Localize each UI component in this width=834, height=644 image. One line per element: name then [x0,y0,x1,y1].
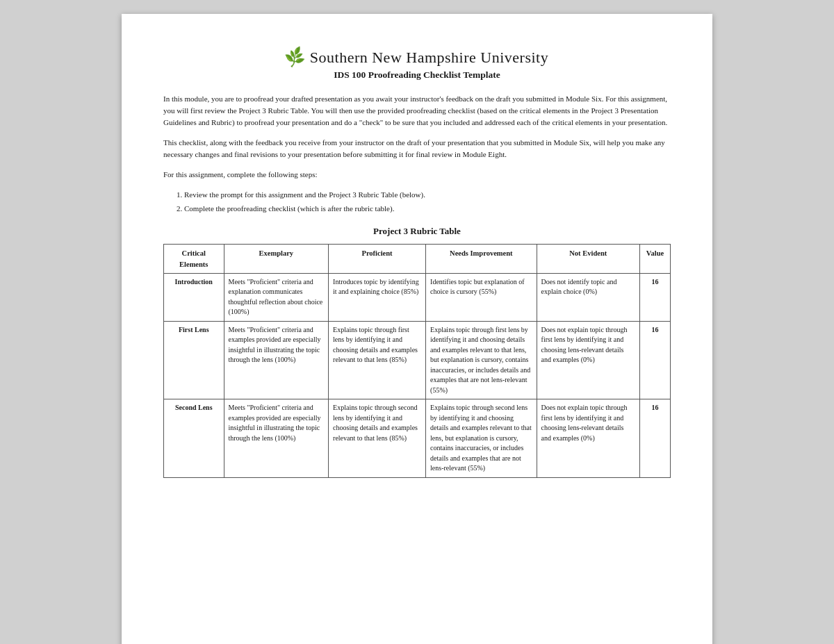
cell-value-0: 16 [639,273,670,321]
cell-exemplary-2: Meets "Proficient" criteria and examples… [224,399,329,478]
cell-value-2: 16 [639,399,670,478]
header-value: Value [639,245,670,273]
rubric-table: Critical Elements Exemplary Proficient N… [163,244,671,477]
cell-exemplary-1: Meets "Proficient" criteria and examples… [224,321,329,399]
step-2: Complete the proofreading checklist (whi… [184,203,671,215]
table-header-row: Critical Elements Exemplary Proficient N… [164,245,671,273]
header-exemplary: Exemplary [224,245,329,273]
rubric-title: Project 3 Rubric Table [163,226,671,237]
leaf-icon: 🌿 [283,46,306,69]
header-notevident: Not Evident [537,245,639,273]
cell-needs-2: Explains topic through second lens by id… [426,399,537,478]
cell-exemplary-0: Meets "Proficient" criteria and explanat… [224,273,329,321]
table-row: Introduction Meets "Proficient" criteria… [164,273,671,321]
cell-needs-0: Identifies topic but explanation of choi… [426,273,537,321]
step-1: Review the prompt for this assignment an… [184,189,671,201]
university-name: Southern New Hampshire University [310,49,548,67]
paragraph-2: This checklist, along with the feedback … [163,137,671,160]
paragraph-1: In this module, you are to proofread you… [163,93,671,129]
cell-needs-1: Explains topic through first lens by ide… [426,321,537,399]
paragraph-3: For this assignment, complete the follow… [163,169,671,181]
header-critical: Critical Elements [164,245,224,273]
header-needs: Needs Improvement [426,245,537,273]
table-row: First Lens Meets "Proficient" criteria a… [164,321,671,399]
cell-proficient-2: Explains topic through second lens by id… [329,399,426,478]
cell-notevident-2: Does not explain topic through first len… [537,399,639,478]
cell-notevident-0: Does not identify topic and explain choi… [537,273,639,321]
cell-notevident-1: Does not explain topic through first len… [537,321,639,399]
page-document: 🌿 Southern New Hampshire University IDS … [122,14,712,644]
header-proficient: Proficient [329,245,426,273]
page-title: IDS 100 Proofreading Checklist Template [163,69,671,81]
cell-value-1: 16 [639,321,670,399]
cell-element-2: Second Lens [164,399,224,478]
document-header: 🌿 Southern New Hampshire University IDS … [163,49,671,81]
cell-element-0: Introduction [164,273,224,321]
cell-proficient-0: Introduces topic by identifying it and e… [329,273,426,321]
table-row: Second Lens Meets "Proficient" criteria … [164,399,671,478]
steps-list: Review the prompt for this assignment an… [184,189,671,215]
logo-area: 🌿 Southern New Hampshire University [163,49,671,67]
cell-proficient-1: Explains topic through first lens by ide… [329,321,426,399]
cell-element-1: First Lens [164,321,224,399]
